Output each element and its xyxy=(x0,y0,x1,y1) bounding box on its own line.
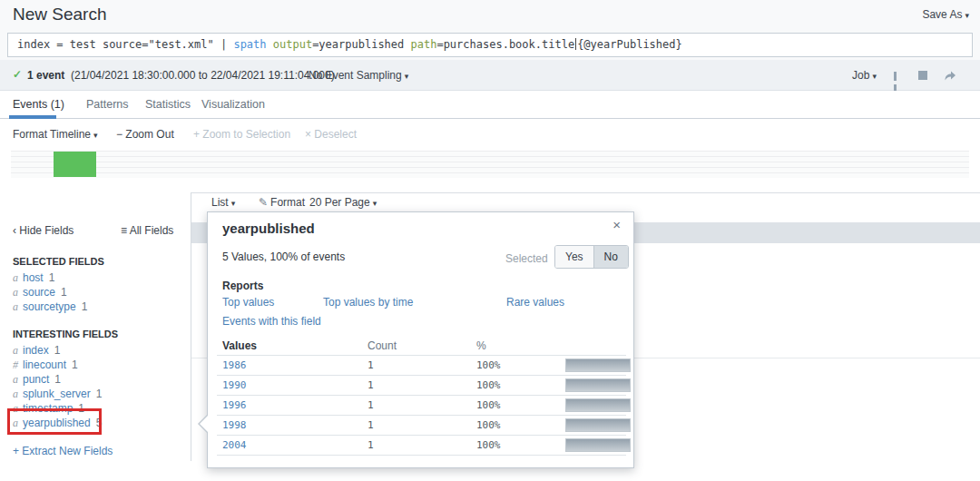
selected-yes-button[interactable]: Yes xyxy=(555,246,593,268)
value-link[interactable]: 2004 xyxy=(222,439,247,451)
field-punct[interactable]: apunct1 xyxy=(13,373,61,387)
pause-icon[interactable] xyxy=(894,71,902,80)
chevron-left-icon: ‹ xyxy=(13,224,16,237)
minus-icon: − xyxy=(116,128,122,141)
query-command: spath xyxy=(233,38,266,51)
value-row-1986: 1986 1 100% xyxy=(208,356,635,375)
value-link[interactable]: 1986 xyxy=(222,359,247,371)
value-row-2004: 2004 1 100% xyxy=(208,436,635,455)
query-arg1-value: =yearpublished xyxy=(312,38,410,51)
results-panel-divider xyxy=(191,192,980,193)
tab-visualization[interactable]: Visualization xyxy=(201,98,265,111)
event-time-range: (21/04/2021 18:30:00.000 to 22/04/2021 1… xyxy=(71,69,335,82)
search-query-input[interactable]: index = test source="test.xml" | spath o… xyxy=(7,33,973,57)
event-sampling-dropdown[interactable]: No Event Sampling▾ xyxy=(309,69,408,82)
field-sourcetype[interactable]: asourcetype1 xyxy=(13,300,87,314)
per-page-dropdown[interactable]: 20 Per Page▾ xyxy=(309,196,377,209)
check-icon: ✓ xyxy=(13,68,22,81)
selected-toggle: Yes No xyxy=(554,245,629,269)
share-icon[interactable] xyxy=(944,70,956,84)
percent-bar xyxy=(565,378,631,392)
sidebar-divider xyxy=(191,192,191,461)
query-arg2-value: =purchases.book.title xyxy=(436,38,574,51)
values-column-header: Values xyxy=(222,339,257,352)
caret-down-icon: ▾ xyxy=(373,199,377,208)
list-view-dropdown[interactable]: List▾ xyxy=(211,196,235,209)
list-menu-icon: ≡ xyxy=(121,224,127,237)
caret-down-icon: ▾ xyxy=(872,72,877,81)
query-suffix: {@yearPublished} xyxy=(577,38,682,51)
caret-down-icon: ▾ xyxy=(965,11,969,20)
field-timestamp[interactable]: atimestamp1 xyxy=(13,402,84,416)
popup-title: yearpublished xyxy=(222,221,315,236)
percent-bar xyxy=(565,358,631,372)
hide-fields-button[interactable]: ‹ Hide Fields xyxy=(13,224,74,237)
field-summary-popup: yearpublished × 5 Values, 100% of events… xyxy=(207,211,634,468)
top-values-by-time-link[interactable]: Top values by time xyxy=(323,296,413,309)
timeline-controls: Format Timeline▾ − Zoom Out + Zoom to Se… xyxy=(0,128,980,144)
zoom-to-selection-button[interactable]: + Zoom to Selection xyxy=(193,128,290,141)
text-cursor xyxy=(575,38,576,50)
value-row-1996: 1996 1 100% xyxy=(208,396,635,415)
pencil-icon: ✎ xyxy=(259,196,268,209)
event-count: 1 event xyxy=(27,69,64,82)
active-tab-underline xyxy=(9,115,56,119)
selected-label: Selected xyxy=(505,252,548,265)
tab-statistics[interactable]: Statistics xyxy=(145,98,191,111)
percent-bar xyxy=(565,418,631,432)
deselect-button[interactable]: × Deselect xyxy=(305,128,357,141)
value-link[interactable]: 1990 xyxy=(222,379,247,391)
field-source[interactable]: asource1 xyxy=(13,286,67,299)
field-index[interactable]: aindex1 xyxy=(13,344,60,358)
field-splunk-server[interactable]: asplunk_server1 xyxy=(13,388,102,401)
format-button[interactable]: ✎Format xyxy=(259,196,305,209)
value-row-1990: 1990 1 100% xyxy=(208,376,635,395)
caret-down-icon: ▾ xyxy=(93,131,98,140)
count-column-header: Count xyxy=(368,339,397,352)
top-values-link[interactable]: Top values xyxy=(222,296,274,309)
splunk-search-app: New Search Save As▾ index = test source=… xyxy=(0,0,980,481)
caret-down-icon: ▾ xyxy=(231,199,236,208)
save-as-button[interactable]: Save As▾ xyxy=(922,8,969,21)
selected-no-button[interactable]: No xyxy=(593,246,628,268)
close-icon[interactable]: × xyxy=(612,217,621,232)
percent-bar xyxy=(565,398,631,412)
value-row-1998: 1998 1 100% xyxy=(208,416,635,435)
all-fields-button[interactable]: ≡ All Fields xyxy=(121,224,173,237)
event-timeline-chart[interactable] xyxy=(11,151,969,178)
x-icon: × xyxy=(305,128,311,141)
job-status-band: ✓ 1 event (21/04/2021 18:30:00.000 to 22… xyxy=(0,60,980,91)
selected-fields-header: SELECTED FIELDS xyxy=(13,256,104,267)
results-toolbar: List▾ ✎Format 20 Per Page▾ xyxy=(0,196,980,212)
job-dropdown[interactable]: Job▾ xyxy=(852,69,877,82)
plus-icon: + xyxy=(193,128,200,141)
format-timeline-dropdown[interactable]: Format Timeline▾ xyxy=(13,128,98,141)
caret-down-icon: ▾ xyxy=(405,72,409,81)
extract-new-fields-link[interactable]: + Extract New Fields xyxy=(13,445,113,457)
value-link[interactable]: 1998 xyxy=(222,419,247,431)
percent-column-header: % xyxy=(476,339,486,352)
tab-events[interactable]: Events (1) xyxy=(13,98,64,111)
field-host[interactable]: ahost1 xyxy=(13,271,54,285)
value-link[interactable]: 1996 xyxy=(222,399,247,411)
percent-bar xyxy=(565,438,631,452)
tab-patterns[interactable]: Patterns xyxy=(86,98,129,111)
results-tabs: Events (1) Patterns Statistics Visualiza… xyxy=(0,91,980,119)
query-prefix: index = test source="test.xml" | xyxy=(17,38,233,51)
query-arg-path: path xyxy=(411,38,437,51)
zoom-out-button[interactable]: − Zoom Out xyxy=(116,128,174,141)
rare-values-link[interactable]: Rare values xyxy=(506,296,564,309)
stop-icon[interactable] xyxy=(918,71,927,80)
field-linecount[interactable]: #linecount1 xyxy=(13,358,78,372)
field-yearpublished[interactable]: ayearpublished5 xyxy=(13,417,102,430)
page-title: New Search xyxy=(13,5,107,25)
events-with-field-link[interactable]: Events with this field xyxy=(222,315,321,328)
reports-header: Reports xyxy=(222,280,263,292)
interesting-fields-header: INTERESTING FIELDS xyxy=(13,329,118,339)
timeline-event-bar[interactable] xyxy=(54,152,96,177)
popup-summary: 5 Values, 100% of events xyxy=(222,250,345,263)
query-arg-output: output xyxy=(273,38,312,51)
